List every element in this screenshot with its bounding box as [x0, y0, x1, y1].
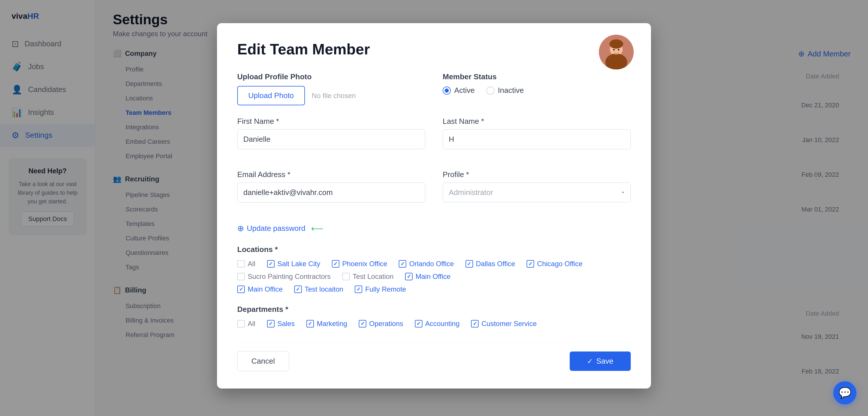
locations-grid: All Salt Lake City Phoenix Office Orland… — [237, 260, 631, 281]
email-label: Email Address * — [237, 170, 425, 179]
last-name-input[interactable] — [443, 129, 631, 149]
location-dallas-office-label: Dallas Office — [476, 260, 515, 268]
update-password-link[interactable]: ⊕ Update password — [237, 224, 305, 233]
dept-operations[interactable]: Operations — [359, 320, 403, 328]
dept-all-label: All — [248, 320, 255, 328]
departments-section: Departments * All Sales Marketing Operat… — [237, 305, 631, 328]
location-chicago-office-checkbox[interactable] — [527, 260, 534, 267]
modal-overlay: Edit Team Member Upload Profile Photo Up… — [0, 0, 868, 416]
dept-sales[interactable]: Sales — [267, 320, 295, 328]
location-test-locaiton[interactable]: Test locaiton — [294, 285, 343, 293]
profile-select[interactable]: Administrator Manager Recruiter — [443, 183, 631, 202]
dept-marketing[interactable]: Marketing — [306, 320, 347, 328]
svg-point-4 — [609, 39, 623, 49]
location-main-office-2-checkbox[interactable] — [237, 286, 245, 293]
location-salt-lake-city-label: Salt Lake City — [277, 260, 320, 268]
modal-footer: Cancel ✓ Save — [237, 342, 631, 371]
location-orlando-office-label: Orlando Office — [409, 260, 454, 268]
dept-all-checkbox[interactable] — [237, 320, 245, 327]
edit-team-member-modal: Edit Team Member Upload Profile Photo Up… — [217, 23, 651, 388]
email-input[interactable] — [237, 183, 425, 202]
status-active-label: Active — [454, 86, 475, 95]
departments-grid: All Sales Marketing Operations Accountin… — [237, 320, 631, 328]
dept-operations-label: Operations — [369, 320, 403, 328]
dept-accounting[interactable]: Accounting — [415, 320, 460, 328]
name-row: First Name * Last Name * — [237, 117, 631, 159]
status-active-option[interactable]: Active — [443, 86, 475, 95]
dept-marketing-checkbox[interactable] — [306, 320, 314, 327]
location-sucro-painting[interactable]: Sucro Painting Contractors — [237, 273, 331, 281]
locations-section: Locations * All Salt Lake City Phoenix O… — [237, 245, 631, 293]
save-button[interactable]: ✓ Save — [570, 351, 631, 371]
location-phoenix-office[interactable]: Phoenix Office — [332, 260, 388, 268]
svg-point-5 — [613, 49, 615, 51]
dept-accounting-label: Accounting — [425, 320, 460, 328]
location-phoenix-office-label: Phoenix Office — [342, 260, 388, 268]
location-chicago-office[interactable]: Chicago Office — [527, 260, 582, 268]
location-main-office-1-checkbox[interactable] — [405, 273, 412, 280]
dept-operations-checkbox[interactable] — [359, 320, 366, 327]
upload-photo-label: Upload Profile Photo — [237, 72, 425, 81]
status-inactive-option[interactable]: Inactive — [486, 86, 524, 95]
avatar — [599, 35, 633, 69]
location-chicago-office-label: Chicago Office — [537, 260, 582, 268]
location-all-label: All — [248, 260, 255, 268]
location-fully-remote-checkbox[interactable] — [355, 286, 362, 293]
location-phoenix-office-checkbox[interactable] — [332, 260, 339, 267]
location-main-office-2-label: Main Office — [248, 285, 283, 293]
location-test-locaiton-checkbox[interactable] — [294, 286, 302, 293]
first-name-label: First Name * — [237, 117, 425, 126]
location-main-office-2[interactable]: Main Office — [237, 285, 283, 293]
dept-customer-service-checkbox[interactable] — [471, 320, 478, 327]
dept-sales-label: Sales — [277, 320, 295, 328]
location-sucro-painting-label: Sucro Painting Contractors — [248, 273, 331, 281]
upload-photo-button[interactable]: Upload Photo — [237, 86, 305, 105]
email-group: Email Address * — [237, 170, 425, 202]
profile-group: Profile * Administrator Manager Recruite… — [443, 170, 631, 202]
location-orlando-office-checkbox[interactable] — [399, 260, 406, 267]
chat-icon: 💬 — [838, 387, 851, 399]
location-orlando-office[interactable]: Orlando Office — [399, 260, 454, 268]
dept-customer-service[interactable]: Customer Service — [471, 320, 537, 328]
password-arrow-icon: ⟵ — [311, 223, 323, 233]
location-test-location-label: Test Location — [353, 273, 394, 281]
location-all[interactable]: All — [237, 260, 255, 268]
location-dallas-office-checkbox[interactable] — [466, 260, 473, 267]
dept-sales-checkbox[interactable] — [267, 320, 275, 327]
location-main-office-1[interactable]: Main Office — [405, 273, 451, 281]
upload-status-row: Upload Profile Photo Upload Photo No fil… — [237, 72, 631, 105]
chat-button[interactable]: 💬 — [833, 381, 857, 405]
dept-all[interactable]: All — [237, 320, 255, 328]
member-status-label: Member Status — [443, 72, 631, 81]
location-test-location[interactable]: Test Location — [342, 273, 394, 281]
first-name-input[interactable] — [237, 129, 425, 149]
location-all-checkbox[interactable] — [237, 260, 245, 267]
update-password-row: ⊕ Update password ⟵ — [237, 223, 631, 233]
location-sucro-painting-checkbox[interactable] — [237, 273, 245, 280]
status-options: Active Inactive — [443, 86, 631, 95]
location-main-office-1-label: Main Office — [415, 273, 451, 281]
location-fully-remote[interactable]: Fully Remote — [355, 285, 406, 293]
dept-accounting-checkbox[interactable] — [415, 320, 423, 327]
last-name-label: Last Name * — [443, 117, 631, 126]
status-inactive-radio[interactable] — [486, 87, 494, 95]
location-salt-lake-city-checkbox[interactable] — [267, 260, 275, 267]
location-test-location-checkbox[interactable] — [342, 273, 350, 280]
save-check-icon: ✓ — [587, 357, 593, 365]
locations-grid-2: Main Office Test locaiton Fully Remote — [237, 285, 631, 293]
location-salt-lake-city[interactable]: Salt Lake City — [267, 260, 320, 268]
first-name-group: First Name * — [237, 117, 425, 149]
upload-photo-section: Upload Profile Photo Upload Photo No fil… — [237, 72, 425, 105]
email-profile-row: Email Address * Profile * Administrator … — [237, 170, 631, 212]
status-inactive-label: Inactive — [498, 86, 524, 95]
update-password-plus-icon: ⊕ — [237, 224, 244, 233]
last-name-group: Last Name * — [443, 117, 631, 149]
departments-label: Departments * — [237, 305, 631, 314]
dept-marketing-label: Marketing — [317, 320, 347, 328]
dept-customer-service-label: Customer Service — [482, 320, 537, 328]
location-test-locaiton-label: Test locaiton — [305, 285, 343, 293]
cancel-button[interactable]: Cancel — [237, 351, 289, 371]
location-dallas-office[interactable]: Dallas Office — [466, 260, 515, 268]
status-active-radio[interactable] — [443, 87, 451, 95]
modal-title: Edit Team Member — [237, 40, 631, 58]
